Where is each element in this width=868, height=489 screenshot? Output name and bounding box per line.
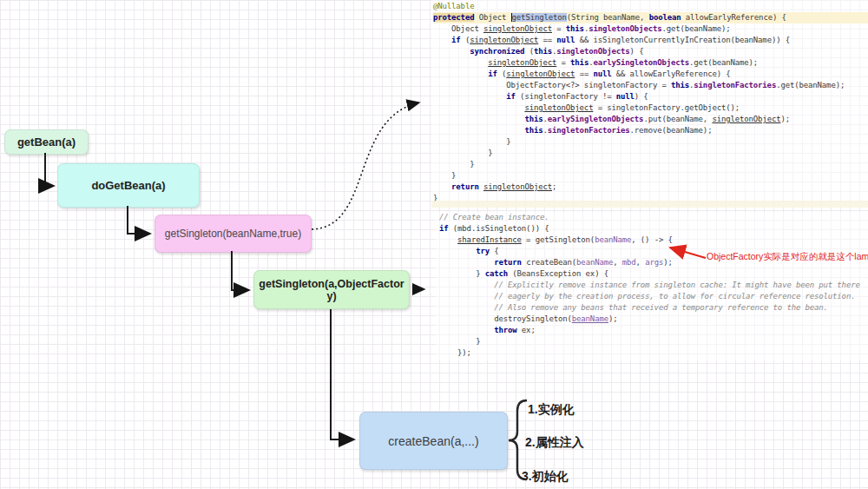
- step-label-initialize: 3.初始化: [522, 469, 569, 485]
- code-line: }: [433, 136, 868, 148]
- code-line: ObjectFactory<?> singletonFactory = this…: [433, 80, 868, 91]
- brace-createbean-steps: [509, 400, 527, 479]
- flow-box-label: getBean(a): [17, 135, 76, 149]
- flow-box-label: getSingleton(beanName,true): [165, 228, 301, 240]
- flow-box-createbean: createBean(a,...): [359, 412, 508, 470]
- code-line: return singletonObject;: [433, 182, 868, 193]
- dotted-arrow-to-code1: [312, 102, 419, 229]
- code-line: destroySingleton(beanName);: [439, 314, 868, 325]
- flow-box-label: doGetBean(a): [91, 179, 165, 192]
- code-line: // Explicitly remove instance from singl…: [439, 280, 868, 291]
- code-line: });: [439, 347, 868, 359]
- code-line: sharedInstance = getSingleton(beanName, …: [439, 235, 868, 246]
- screenshot-seam: [431, 201, 868, 208]
- code-line: this.earlySingletonObjects.put(beanName,…: [433, 114, 868, 125]
- code-line: }: [439, 336, 868, 347]
- code-line: }: [433, 148, 868, 159]
- code-line: throw ex;: [439, 325, 868, 336]
- flow-box-getbean: getBean(a): [4, 129, 89, 155]
- code-line: if (singletonFactory != null) {: [433, 91, 868, 102]
- canvas: { "flowchart": { "boxes": { "getBean": "…: [0, 0, 868, 489]
- code-line: }: [433, 159, 868, 170]
- flow-box-label: getSingleton(a,ObjectFactory): [258, 278, 405, 302]
- code-line: // Create bean instance.: [439, 212, 868, 223]
- code-line: singletonObject = this.earlySingletonObj…: [433, 57, 868, 69]
- code-line: } catch (BeansException ex) {: [439, 268, 868, 280]
- code-line: if (singletonObject == null && allowEarl…: [433, 69, 868, 80]
- code-line: protected Object getSingleton(String bea…: [433, 12, 868, 23]
- code-line: this.singletonFactories.remove(beanName)…: [433, 125, 868, 136]
- code-line: if (singletonObject == null && isSinglet…: [433, 35, 868, 46]
- arrow-getbean-dogetbean: [45, 153, 54, 186]
- arrow-dogetbean-getsingleton: [128, 206, 150, 234]
- code-line: // Also remove any beans that received a…: [439, 302, 868, 314]
- code-line: Object singletonObject = this.singletonO…: [433, 23, 868, 35]
- code-block-getsingleton: @Nullableprotected Object getSingleton(S…: [431, 0, 868, 206]
- code-line: // eagerly by the creation process, to a…: [439, 291, 868, 302]
- flow-box-getsingleton-true: getSingleton(beanName,true): [155, 215, 312, 253]
- lambda-annotation: ObjectFactory实际是对应的就是这个lambda表达式: [707, 251, 868, 263]
- step-label-populate: 2.属性注入: [525, 435, 584, 451]
- code-line: singletonObject = singletonFactory.getOb…: [433, 102, 868, 114]
- code-line: @Nullable: [433, 1, 868, 12]
- code-line: }: [433, 170, 868, 182]
- flow-box-getsingleton-objectfactory: getSingleton(a,ObjectFactory): [253, 270, 410, 309]
- code-line: if (mbd.isSingleton()) {: [439, 223, 868, 235]
- step-label-instantiate: 1.实例化: [528, 402, 575, 418]
- code-line: synchronized (this.singletonObjects) {: [433, 46, 868, 57]
- flow-box-label: createBean(a,...): [388, 434, 478, 448]
- flow-box-dogetbean: doGetBean(a): [57, 163, 200, 208]
- arrow-getsingleton-getsingleton2: [232, 251, 249, 290]
- code-block-dogetbean-snippet: // Create bean instance.if (mbd.isSingle…: [436, 212, 868, 360]
- arrow-getsingleton2-createbean: [331, 309, 354, 439]
